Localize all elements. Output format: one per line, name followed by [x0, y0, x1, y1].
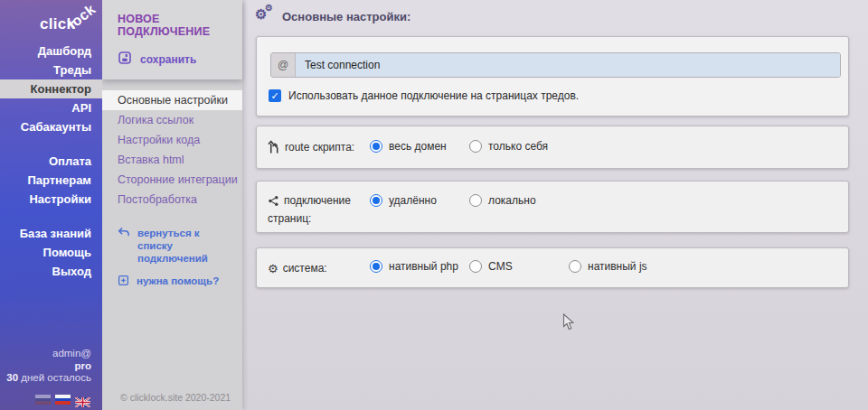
account-plan: pro: [6, 360, 91, 373]
days-left-number: 30: [6, 372, 18, 383]
sidebar-item-threads[interactable]: Треды: [0, 61, 102, 79]
radio-cms-label: CMS: [488, 260, 513, 273]
connection-sidebar: НОВОЕ ПОДКЛЮЧЕНИЕ сохранить Основные нас…: [102, 0, 242, 410]
sidebar-item-payment[interactable]: Оплата: [0, 152, 102, 171]
pages-connection-label-block: подключение страниц:: [268, 193, 365, 227]
sidebar-item-knowledge-base[interactable]: База знаний: [0, 224, 102, 243]
radio-remote-label: удалённо: [389, 194, 437, 207]
copyright: © clicklock.site 2020-2021: [120, 392, 231, 403]
menu-item-integrations[interactable]: Сторонние интеграции: [102, 170, 242, 190]
clicklock-logo: clicklock: [40, 15, 106, 33]
account-email: admin@: [6, 348, 91, 360]
sidebar-item-subaccounts[interactable]: Сабакаунты: [0, 117, 102, 136]
mouse-cursor: [562, 313, 574, 334]
radio-option-native-php[interactable]: нативный php: [370, 260, 458, 273]
menu-item-link-logic[interactable]: Логика ссылок: [102, 110, 242, 130]
days-left-text: дней осталось: [21, 372, 91, 383]
route-icon: [268, 140, 280, 158]
radio-only-self[interactable]: [469, 140, 482, 153]
use-connection-row: ✓ Использовать данное подключение на стр…: [269, 89, 579, 102]
share-icon: [268, 195, 279, 211]
new-connection-title: НОВОЕ ПОДКЛЮЧЕНИЕ: [118, 13, 237, 38]
menu-item-html-insert[interactable]: Вставка html: [102, 150, 242, 170]
script-route-label-block: route скрипта:: [268, 140, 365, 158]
radio-cms[interactable]: [469, 260, 482, 273]
radio-native-php-label: нативный php: [389, 260, 458, 273]
radio-local-label: локально: [488, 194, 536, 207]
back-to-connections-link[interactable]: вернуться к списку подключений: [118, 227, 235, 265]
menu-item-postprocessing[interactable]: Постобработка: [102, 190, 242, 210]
nav-group-billing: Оплата Партнерам Настройки: [0, 152, 102, 209]
sidebar-item-api[interactable]: API: [0, 98, 102, 117]
sidebar-links: вернуться к списку подключений нужна пом…: [118, 227, 235, 299]
help-link-label: нужна помощь?: [137, 275, 231, 287]
radio-option-only-self[interactable]: только себя: [469, 140, 548, 153]
menu-item-code-settings[interactable]: Настройки кода: [102, 130, 242, 150]
radio-option-cms[interactable]: CMS: [469, 260, 513, 273]
need-help-link[interactable]: нужна помощь?: [118, 275, 235, 289]
flag-ru-icon[interactable]: [55, 395, 71, 405]
sidebar-item-dashboard[interactable]: Дашборд: [0, 42, 102, 61]
radio-local[interactable]: [469, 194, 482, 207]
account-days-left: 30 дней осталось: [6, 372, 91, 385]
flag-ru-inactive-icon[interactable]: [35, 395, 51, 405]
pages-connection-label: подключение страниц:: [268, 194, 351, 225]
system-panel: ⚙система: нативный php CMS нативный js: [256, 247, 849, 288]
page-title: Основные настройки:: [282, 10, 410, 23]
system-label: система:: [283, 262, 327, 275]
radio-native-php[interactable]: [370, 260, 382, 273]
use-connection-label: Использовать данное подключение на стран…: [288, 89, 579, 102]
connection-settings-menu: Основные настройки Логика ссылок Настрой…: [102, 90, 242, 210]
sidebar-item-logout[interactable]: Выход: [0, 262, 102, 281]
radio-whole-domain[interactable]: [370, 140, 382, 153]
nav-group-main: Дашборд Треды Коннектор API Сабакаунты: [0, 42, 102, 136]
at-sign-icon: @: [271, 53, 296, 77]
radio-option-whole-domain[interactable]: весь домен: [370, 140, 447, 153]
radio-remote[interactable]: [370, 194, 382, 207]
language-switcher: [35, 395, 90, 405]
gears-icon: ⚙⚙: [255, 8, 275, 24]
sidebar-item-settings[interactable]: Настройки: [0, 190, 102, 209]
pages-connection-panel: подключение страниц: удалённо локально: [256, 181, 849, 233]
system-label-block: ⚙система:: [268, 261, 365, 276]
sidebar-item-help[interactable]: Помощь: [0, 243, 102, 262]
radio-option-native-js[interactable]: нативный js: [569, 260, 647, 273]
primary-sidebar: clicklock Дашборд Треды Коннектор API Са…: [0, 0, 102, 410]
connection-name-panel: @ ✓ Использовать данное подключение на с…: [256, 36, 849, 116]
radio-only-self-label: только себя: [488, 140, 548, 153]
back-link-label: вернуться к списку подключений: [137, 227, 232, 265]
save-button-label: сохранить: [140, 53, 196, 66]
radio-whole-domain-label: весь домен: [389, 140, 447, 153]
script-route-panel: route скрипта: весь домен только себя: [256, 126, 849, 169]
nav-group-help: База знаний Помощь Выход: [0, 224, 102, 281]
menu-item-basic-settings[interactable]: Основные настройки: [102, 90, 242, 110]
script-route-label: route скрипта:: [285, 141, 354, 154]
page-header: ⚙⚙ Основные настройки:: [255, 8, 410, 24]
connection-sidebar-header: НОВОЕ ПОДКЛЮЧЕНИЕ сохранить: [102, 0, 242, 79]
connection-name-input[interactable]: [296, 53, 840, 77]
floppy-icon: [118, 51, 132, 68]
primary-nav: Дашборд Треды Коннектор API Сабакаунты О…: [0, 42, 102, 281]
add-box-icon: [118, 275, 129, 289]
radio-option-remote[interactable]: удалённо: [370, 194, 437, 207]
sidebar-item-partners[interactable]: Партнерам: [0, 171, 102, 190]
undo-arrow-icon: [118, 227, 130, 241]
radio-native-js-label: нативный js: [588, 260, 647, 273]
gear-icon: ⚙: [268, 261, 278, 276]
main-content: ⚙⚙ Основные настройки: @ ✓ Использовать …: [242, 0, 868, 410]
account-info: admin@ pro 30 дней осталось: [6, 348, 91, 385]
connection-name-group: @: [270, 52, 841, 78]
save-button[interactable]: сохранить: [118, 51, 237, 68]
radio-native-js[interactable]: [569, 260, 581, 273]
sidebar-item-connector[interactable]: Коннектор: [0, 79, 102, 98]
flag-uk-icon[interactable]: [75, 395, 90, 405]
radio-option-local[interactable]: локально: [469, 194, 536, 207]
use-connection-checkbox[interactable]: ✓: [269, 89, 281, 102]
